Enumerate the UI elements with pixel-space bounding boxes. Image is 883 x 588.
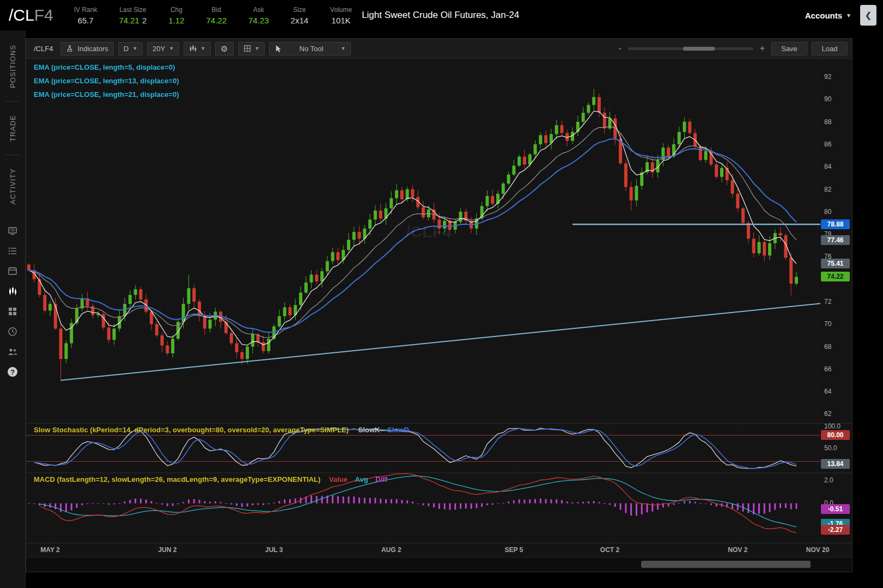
help-icon[interactable]: ?	[7, 366, 19, 378]
time-axis-label: OCT 2	[600, 546, 619, 554]
gear-icon: ⚙	[221, 45, 228, 53]
scrollbar-thumb[interactable]	[641, 561, 811, 568]
sidebar-tab-trade[interactable]: TRADE	[9, 115, 17, 142]
chart-content: /CLF4 Indicators D▼ 20Y▼ ▼ ⚙ ▼	[26, 30, 883, 588]
zoom-slider[interactable]	[628, 47, 753, 50]
chart-type-dropdown[interactable]: ▼	[184, 42, 211, 56]
axis-tick-label: 64	[824, 388, 831, 395]
axis-value-bubble: 78.88	[821, 219, 850, 229]
timeframe-dropdown[interactable]: D▼	[118, 42, 143, 56]
left-sidebar: POSITIONS TRADE ACTIVITY ?	[0, 30, 26, 588]
time-axis-label: NOV 20	[806, 546, 830, 554]
zoom-in-button[interactable]: +	[758, 44, 767, 53]
stat-chg: Chg1.12	[168, 6, 184, 25]
sidebar-tab-positions[interactable]: POSITIONS	[9, 45, 17, 88]
calendar-icon[interactable]	[7, 265, 19, 277]
slowd-legend: SlowD	[387, 426, 409, 434]
time-axis-label: NOV 2	[728, 546, 747, 554]
last-size-qty: 2	[142, 16, 147, 25]
axis-tick-label: 80	[824, 208, 831, 216]
axis-value-bubble: 13.84	[821, 459, 850, 469]
watchlist-icon[interactable]	[7, 245, 19, 257]
axis-value-bubble: 77.46	[821, 235, 850, 245]
symbol-title: /CLF4	[9, 6, 53, 24]
time-axis-label: JUL 3	[265, 546, 283, 554]
stochastic-study-label[interactable]: Slow Stochastic (kPeriod=14, dPeriod=3, …	[34, 426, 349, 434]
axis-tick-label: 70	[824, 320, 831, 328]
macd-canvas[interactable]	[26, 473, 820, 543]
stat-size: Size2x14	[291, 6, 309, 25]
charts-icon[interactable]	[7, 285, 19, 297]
macd-axis: 2.00.0-0.51-1.76-2.27	[820, 473, 852, 543]
range-value: 20Y	[153, 45, 165, 53]
chevron-down-icon: ▼	[132, 46, 137, 51]
range-dropdown[interactable]: 20Y▼	[147, 42, 179, 56]
collapse-panel-button[interactable]: ❮	[860, 5, 876, 26]
accounts-label: Accounts	[805, 11, 842, 20]
drawing-tool-dropdown[interactable]: No Tool ▼	[269, 42, 351, 56]
axis-tick-label: 68	[824, 343, 831, 351]
slowk-legend: SlowK	[358, 426, 380, 434]
chevron-down-icon: ▼	[341, 46, 346, 51]
trading-app: /CLF4 IV Rank65.7 Last Size74.212 Chg1.1…	[0, 0, 883, 588]
stat-bid: Bid74.22	[206, 6, 227, 25]
stat-value: 1.12	[168, 16, 184, 25]
stat-label: Volume	[330, 6, 352, 14]
axis-tick-label: 62	[824, 410, 831, 418]
tool-label: No Tool	[300, 45, 324, 53]
candle-chart-icon	[189, 45, 197, 52]
sidebar-icons: ?	[7, 225, 19, 378]
stat-label: Ask	[253, 6, 264, 14]
quote-stats: IV Rank65.7 Last Size74.212 Chg1.12 Bid7…	[74, 6, 352, 25]
macd-study-labels: MACD (fastLength=12, slowLength=26, macd…	[34, 475, 387, 483]
chart-scrollbar[interactable]	[26, 557, 852, 572]
chart-layout-dropdown[interactable]: ▼	[238, 42, 265, 56]
macd-diff-legend: Diff	[375, 475, 387, 483]
stat-last-size: Last Size74.212	[119, 6, 147, 25]
stat-label: Size	[293, 6, 306, 14]
ema-study-labels: EMA (price=CLOSE, length=5, displace=0) …	[34, 63, 179, 104]
axis-value-bubble: 75.41	[821, 259, 850, 268]
axis-value-bubble: 74.22	[821, 272, 850, 281]
axis-tick-label: 90	[824, 95, 831, 103]
axis-value-bubble: -0.51	[821, 504, 850, 514]
ema5-study-label[interactable]: EMA (price=CLOSE, length=5, displace=0)	[34, 63, 179, 71]
price-chart-panel: /CLF4 EMA (price=CLOSE, length=5, displa…	[26, 59, 852, 423]
community-people-icon[interactable]	[7, 346, 19, 358]
axis-value-bubble: -2.27	[821, 525, 850, 535]
save-button[interactable]: Save	[771, 42, 807, 56]
toolbar-symbol-label: /CLF4	[31, 45, 56, 53]
indicators-button[interactable]: Indicators	[60, 42, 113, 56]
load-button[interactable]: Load	[812, 42, 848, 56]
time-axis-label: JUN 2	[158, 546, 176, 554]
axis-tick-label: 92	[824, 73, 831, 81]
chart-toolbar: /CLF4 Indicators D▼ 20Y▼ ▼ ⚙ ▼	[26, 39, 852, 59]
axis-tick-label: 88	[824, 118, 831, 126]
axis-tick-label: 82	[824, 186, 831, 193]
macd-value-legend: Value	[329, 475, 348, 483]
timeframe-value: D	[124, 45, 129, 53]
zoom-out-button[interactable]: -	[616, 44, 623, 53]
grid-apps-icon[interactable]	[7, 305, 19, 317]
chevron-down-icon: ▼	[255, 46, 260, 51]
chevron-left-icon: ❮	[865, 10, 872, 20]
time-axis-label: AUG 2	[381, 546, 401, 554]
sidebar-tab-activity[interactable]: ACTIVITY	[9, 168, 17, 205]
axis-tick-label: 2.0	[824, 476, 833, 484]
ema21-study-label[interactable]: EMA (price=CLOSE, length=21, displace=0)	[34, 90, 179, 99]
stat-volume: Volume101K	[330, 6, 352, 25]
ema13-study-label[interactable]: EMA (price=CLOSE, length=13, displace=0)	[34, 77, 179, 85]
chevron-down-icon: ▼	[169, 46, 174, 51]
zoom-slider-thumb[interactable]	[683, 47, 715, 51]
stat-iv-rank: IV Rank65.7	[74, 6, 98, 25]
axis-tick-label: 72	[824, 298, 831, 305]
chart-settings-button[interactable]: ⚙	[215, 42, 233, 56]
axis-tick-label: 50.0	[824, 444, 837, 452]
accounts-dropdown[interactable]: Accounts▼	[805, 11, 851, 20]
cursor-icon	[275, 45, 282, 53]
instrument-title: Light Sweet Crude Oil Futures, Jan-24	[362, 10, 805, 21]
symbol-suffix: F4	[34, 6, 53, 24]
macd-study-label[interactable]: MACD (fastLength=12, slowLength=26, macd…	[34, 475, 320, 483]
history-clock-icon[interactable]	[7, 326, 19, 338]
quote-monitor-icon[interactable]	[7, 225, 19, 237]
